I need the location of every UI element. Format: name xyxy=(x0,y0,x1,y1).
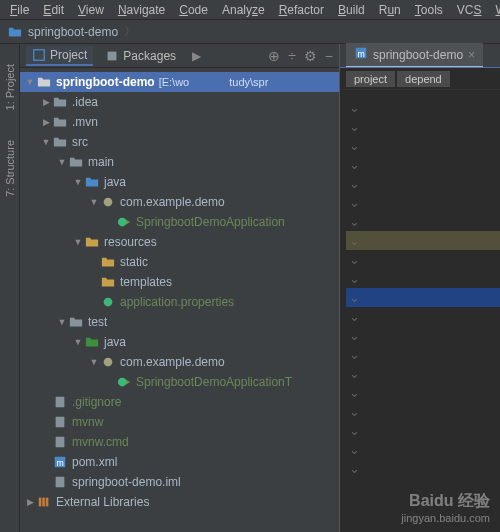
tree-idea[interactable]: .idea xyxy=(20,92,339,112)
tree-item-label: External Libraries xyxy=(56,495,149,509)
svg-rect-7 xyxy=(56,397,65,408)
expand-icon[interactable] xyxy=(72,177,84,187)
tab-structure-vertical[interactable]: 7: Structure xyxy=(4,140,16,197)
tree-root-path-suffix: tudy\spr xyxy=(229,76,268,88)
hide-icon[interactable]: − xyxy=(325,48,333,64)
folder-icon xyxy=(68,315,84,329)
project-tree[interactable]: springboot-demo [E:\wo tudy\spr .idea .m… xyxy=(20,68,339,532)
tree-test-java[interactable]: java xyxy=(20,332,339,352)
expand-icon[interactable] xyxy=(56,317,68,327)
svg-point-5 xyxy=(104,358,113,367)
tree-item-label: java xyxy=(104,335,126,349)
svg-text:m: m xyxy=(57,458,64,468)
tree-test-class[interactable]: SpringbootDemoApplicationT xyxy=(20,372,339,392)
maven-icon: m xyxy=(52,455,68,469)
menu-view[interactable]: View xyxy=(72,1,110,19)
expand-icon[interactable] xyxy=(72,337,84,347)
tree-main[interactable]: main xyxy=(20,152,339,172)
expand-icon[interactable] xyxy=(24,497,36,507)
test-source-folder-icon xyxy=(84,335,100,349)
editor-area: m springboot-demo × project depend ⌄ ⌄ ⌄… xyxy=(340,44,500,532)
menu-edit[interactable]: Edit xyxy=(37,1,70,19)
tree-resources[interactable]: resources xyxy=(20,232,339,252)
project-tool-window: Project Packages ▶ ⊕ ÷ ⚙ − springboot-de… xyxy=(20,44,340,532)
menu-refactor[interactable]: Refactor xyxy=(273,1,330,19)
tree-item-label: src xyxy=(72,135,88,149)
file-icon xyxy=(52,395,68,409)
package-icon xyxy=(100,195,116,209)
tree-java[interactable]: java xyxy=(20,172,339,192)
tool-window-strip: 1: Project 7: Structure xyxy=(0,44,20,532)
package-icon xyxy=(100,355,116,369)
expand-icon[interactable] xyxy=(88,357,100,367)
tab-project[interactable]: Project xyxy=(26,46,93,66)
tree-mvnw-cmd[interactable]: mvnw.cmd xyxy=(20,432,339,452)
tree-item-label: pom.xml xyxy=(72,455,117,469)
tree-item-label: mvnw.cmd xyxy=(72,435,129,449)
tree-static[interactable]: static xyxy=(20,252,339,272)
tree-iml[interactable]: springboot-demo.iml xyxy=(20,472,339,492)
tree-item-label: .gitignore xyxy=(72,395,121,409)
source-folder-icon xyxy=(84,175,100,189)
tab-project-vertical[interactable]: 1: Project xyxy=(4,64,16,110)
scroll-icon[interactable]: ÷ xyxy=(288,48,296,64)
tree-item-label: SpringbootDemoApplicationT xyxy=(136,375,292,389)
tree-app-class[interactable]: SpringbootDemoApplication xyxy=(20,212,339,232)
collapse-icon[interactable]: ⊕ xyxy=(268,48,280,64)
menu-tools[interactable]: Tools xyxy=(409,1,449,19)
svg-point-6 xyxy=(118,378,127,387)
tree-src[interactable]: src xyxy=(20,132,339,152)
menu-build[interactable]: Build xyxy=(332,1,371,19)
tree-gitignore[interactable]: .gitignore xyxy=(20,392,339,412)
tree-root[interactable]: springboot-demo [E:\wo tudy\spr xyxy=(20,72,339,92)
expand-icon[interactable] xyxy=(88,197,100,207)
expand-icon[interactable] xyxy=(72,237,84,247)
tree-test-pkg[interactable]: com.example.demo xyxy=(20,352,339,372)
folder-icon xyxy=(36,75,52,89)
tree-item-label: mvnw xyxy=(72,415,103,429)
close-icon[interactable]: × xyxy=(468,48,475,62)
tree-pom[interactable]: m pom.xml xyxy=(20,452,339,472)
tree-mvn[interactable]: .mvn xyxy=(20,112,339,132)
tree-root-label: springboot-demo xyxy=(56,75,155,89)
expand-icon[interactable] xyxy=(56,157,68,167)
breadcrumb-project[interactable]: springboot-demo xyxy=(28,25,118,39)
menu-run[interactable]: Run xyxy=(373,1,407,19)
tree-pkg[interactable]: com.example.demo xyxy=(20,192,339,212)
editor-tab-label: springboot-demo xyxy=(373,48,463,62)
editor-tab[interactable]: m springboot-demo × xyxy=(346,43,483,67)
tree-ext-lib[interactable]: External Libraries xyxy=(20,492,339,512)
folder-icon xyxy=(52,115,68,129)
menu-file[interactable]: File xyxy=(4,1,35,19)
code-editor[interactable]: ⌄ ⌄ ⌄ ⌄ ⌄ ⌄ ⌄ ⌄ ⌄ ⌄ ⌄ ⌄ ⌄ ⌄ ⌄ xyxy=(340,90,500,532)
tree-app-props[interactable]: application.properties xyxy=(20,292,339,312)
java-class-run-icon xyxy=(116,375,132,389)
java-class-run-icon xyxy=(116,215,132,229)
menu-navigate[interactable]: Navigate xyxy=(112,1,171,19)
bc-depend[interactable]: depend xyxy=(397,71,450,87)
project-icon xyxy=(32,48,46,62)
tree-mvnw[interactable]: mvnw xyxy=(20,412,339,432)
svg-rect-13 xyxy=(39,498,42,507)
tree-item-label: templates xyxy=(120,275,172,289)
tree-item-label: com.example.demo xyxy=(120,195,225,209)
menu-window[interactable]: Wi xyxy=(489,1,500,19)
menu-code[interactable]: Code xyxy=(173,1,214,19)
expand-icon[interactable] xyxy=(40,137,52,147)
tab-packages[interactable]: Packages xyxy=(99,47,182,65)
gear-icon[interactable]: ⚙ xyxy=(304,48,317,64)
resources-folder-icon xyxy=(84,235,100,249)
tree-item-label: application.properties xyxy=(120,295,234,309)
tab-packages-label: Packages xyxy=(123,49,176,63)
expand-icon[interactable] xyxy=(40,117,52,127)
expand-icon[interactable] xyxy=(24,77,36,87)
menu-vcs[interactable]: VCS xyxy=(451,1,488,19)
file-icon xyxy=(52,435,68,449)
editor-breadcrumb: project depend xyxy=(340,68,500,90)
tree-templates[interactable]: templates xyxy=(20,272,339,292)
chevron-right-icon[interactable]: ▶ xyxy=(192,49,201,63)
menu-analyze[interactable]: Analyze xyxy=(216,1,271,19)
tree-test[interactable]: test xyxy=(20,312,339,332)
expand-icon[interactable] xyxy=(40,97,52,107)
bc-project[interactable]: project xyxy=(346,71,395,87)
